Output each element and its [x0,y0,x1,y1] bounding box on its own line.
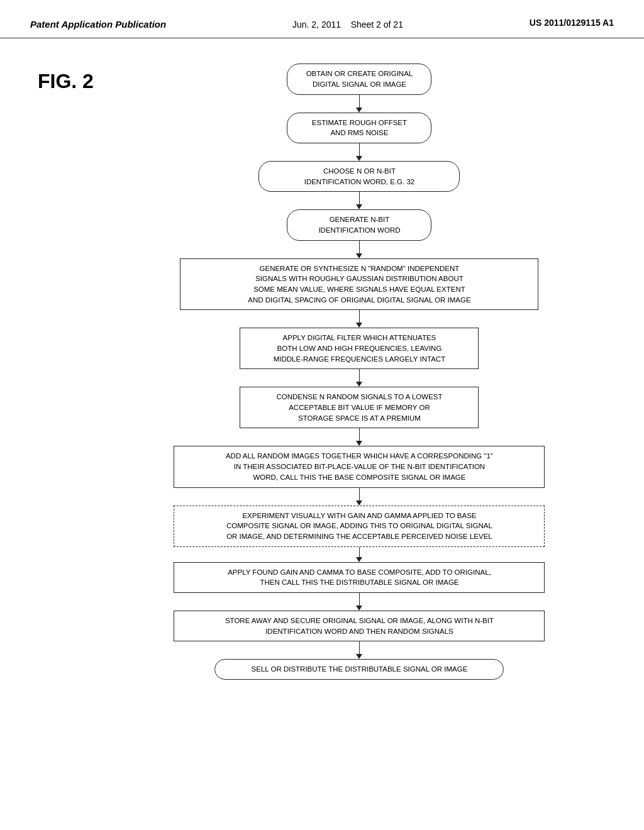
arrow-line [359,488,360,501]
figure-label: FIG. 2 [38,70,94,93]
flow-box-10: APPLY FOUND GAIN AND CAMMA TO BASE COMPO… [174,562,545,593]
arrow-head [356,382,362,387]
arrow-line [359,428,360,441]
arrow-head [356,606,362,611]
header-center-info: Jun. 2, 2011 Sheet 2 of 21 [292,18,403,31]
arrow-head [356,654,362,659]
arrow-11 [356,641,362,659]
flow-box-12: SELL OR DISTRIBUTE THE DISTRIBUTABLE SIG… [214,659,504,680]
arrow-line [359,547,360,557]
page-header: Patent Application Publication Jun. 2, 2… [0,0,644,38]
arrow-head [356,501,362,506]
arrow-3 [356,192,362,209]
flow-box-5: GENERATE OR SYNTHESIZE N "RANDOM" INDEPE… [180,258,538,311]
arrow-head [356,557,362,562]
arrow-line [359,641,360,654]
arrow-head [356,156,362,161]
arrow-line [359,143,360,156]
arrow-6 [356,369,362,387]
arrow-9 [356,547,362,562]
arrow-head [356,441,362,446]
flow-box-3: CHOOSE N OR N-BITIDENTIFICATION WORD, E.… [258,161,460,192]
arrow-line [359,95,360,108]
arrow-line [359,241,360,253]
arrow-8 [356,488,362,506]
publication-title: Patent Application Publication [30,18,166,31]
arrow-head [356,108,362,113]
flow-box-1: OBTAIN OR CREATE ORIGINALDIGITAL SIGNAL … [287,64,431,94]
arrow-line [359,369,360,382]
arrow-head [356,323,362,328]
arrow-line [359,310,360,323]
flow-box-2: ESTIMATE ROUGH OFFSETAND RMS NOISE [287,113,431,143]
flow-box-7: CONDENSE N RANDOM SIGNALS TO A LOWEST AC… [240,387,479,428]
arrow-10 [356,593,362,611]
arrow-7 [356,428,362,446]
main-content: FIG. 2 OBTAIN OR CREATE ORIGINALDIGITAL … [0,38,644,704]
flowchart: OBTAIN OR CREATE ORIGINALDIGITAL SIGNAL … [113,64,606,679]
flow-box-11: STORE AWAY AND SECURE ORIGINAL SIGNAL OR… [174,611,545,641]
arrow-head [356,253,362,258]
arrow-2 [356,143,362,161]
arrow-line [359,593,360,606]
arrow-1 [356,95,362,113]
flow-box-8: ADD ALL RANDOM IMAGES TOGETHER WHICH HAV… [174,446,545,487]
patent-number: US 2011/0129115 A1 [530,18,614,28]
arrow-5 [356,310,362,328]
flow-box-6: APPLY DIGITAL FILTER WHICH ATTENUATES BO… [240,328,479,369]
flow-box-4: GENERATE N-BITIDENTIFICATION WORD [287,209,431,240]
flow-box-9: EXPERIMENT VISUALLY WITH GAIN AND GAMMA … [174,506,545,547]
arrow-4 [356,241,362,258]
arrow-line [359,192,360,204]
arrow-head [356,204,362,209]
